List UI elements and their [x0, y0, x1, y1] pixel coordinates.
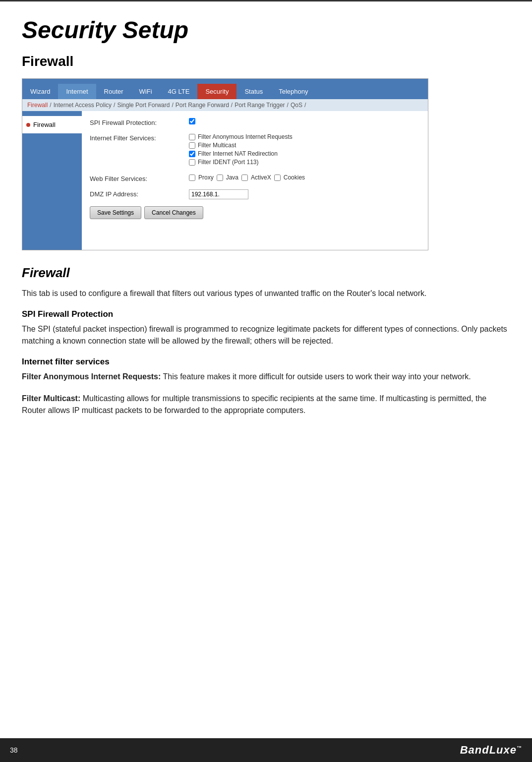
java-label: Java [226, 174, 238, 181]
tab-wizard[interactable]: Wizard [22, 84, 58, 99]
sidebar-item-firewall[interactable]: Firewall [22, 116, 82, 133]
dmz-label: DMZ IP Address: [90, 189, 189, 198]
proxy-label: Proxy [198, 174, 214, 181]
filter-ident-checkbox[interactable] [189, 159, 195, 166]
sidebar: Firewall [22, 111, 82, 250]
filter-anon-text: Filter Anonymous Internet Requests: This… [22, 371, 510, 383]
subnav-iap[interactable]: Internet Access Policy [54, 102, 112, 109]
spi-heading: SPI Firewall Protection [22, 309, 510, 319]
internet-filter-heading: Internet filter services [22, 357, 510, 367]
web-filter-label: Web Filter Services: [90, 174, 189, 182]
web-filter-inline: Proxy Java ActiveX Cookies [189, 174, 420, 181]
tab-wifi[interactable]: WiFi [131, 84, 160, 99]
web-filter-row: Web Filter Services: Proxy Java ActiveX … [90, 174, 420, 182]
brand-name: BandLuxe™ [460, 744, 522, 757]
activex-label: ActiveX [251, 174, 271, 181]
tab-security[interactable]: Security [197, 84, 236, 99]
router-panel: Wizard Internet Router WiFi 4G LTE Secur… [22, 78, 428, 250]
subnav-prt[interactable]: Port Range Trigger [235, 102, 285, 109]
filter-anon-row: Filter Anonymous Internet Requests [189, 133, 420, 140]
filter-ident-row: Filter IDENT (Port 113) [189, 159, 420, 166]
bottom-bar: 38 BandLuxe™ [0, 738, 532, 762]
spi-row: SPI Firewall Protection: [90, 118, 420, 126]
subnav-firewall[interactable]: Firewall [27, 102, 48, 109]
active-dot [26, 123, 30, 127]
tm-mark: ™ [517, 745, 522, 751]
firewall-italic-heading: Firewall [22, 265, 510, 281]
activex-checkbox[interactable] [241, 175, 248, 181]
tab-status[interactable]: Status [236, 84, 271, 99]
dmz-value [189, 189, 420, 199]
tab-internet[interactable]: Internet [58, 84, 96, 99]
spi-description: The SPI (stateful packet inspection) fir… [22, 323, 510, 347]
panel-body: Firewall SPI Firewall Protection: Intern… [22, 111, 428, 250]
tab-router[interactable]: Router [96, 84, 131, 99]
button-row: Save Settings Cancel Changes [90, 206, 420, 219]
sidebar-label-firewall: Firewall [33, 121, 56, 128]
cancel-changes-button[interactable]: Cancel Changes [144, 206, 203, 219]
page-title: Security Setup [22, 16, 510, 44]
internet-filter-row: Internet Filter Services: Filter Anonymo… [90, 133, 420, 167]
subnav-spf[interactable]: Single Port Forward [117, 102, 170, 109]
filter-anon-bold-label: Filter Anonymous Internet Requests: [22, 372, 161, 381]
internet-filter-options: Filter Anonymous Internet Requests Filte… [189, 133, 420, 167]
filter-multicast-text: Filter Multicast: Multicasting allows fo… [22, 393, 510, 416]
filter-multicast-bold-label: Filter Multicast: [22, 394, 80, 403]
cookies-checkbox[interactable] [274, 175, 281, 181]
proxy-checkbox[interactable] [189, 175, 195, 181]
spi-checkbox[interactable] [189, 118, 195, 124]
settings-content: SPI Firewall Protection: Internet Filter… [82, 111, 428, 250]
subnav-qos[interactable]: QoS [291, 102, 302, 109]
spi-value [189, 118, 420, 126]
filter-anon-description: This feature makes it more difficult for… [163, 372, 471, 381]
page-number: 38 [10, 746, 18, 754]
internet-filter-label: Internet Filter Services: [90, 133, 189, 142]
nav-tabs-bar: Wizard Internet Router WiFi 4G LTE Secur… [22, 84, 428, 99]
filter-ident-label: Filter IDENT (Port 113) [198, 159, 258, 166]
filter-nat-row: Filter Internet NAT Redirection [189, 150, 420, 157]
dmz-input[interactable] [189, 189, 248, 199]
filter-nat-checkbox[interactable] [189, 151, 195, 157]
filter-anon-label: Filter Anonymous Internet Requests [198, 133, 293, 140]
tab-4glte[interactable]: 4G LTE [160, 84, 198, 99]
spi-label: SPI Firewall Protection: [90, 118, 189, 126]
filter-nat-label: Filter Internet NAT Redirection [198, 150, 278, 157]
firewall-heading: Firewall [22, 54, 510, 69]
dmz-row: DMZ IP Address: [90, 189, 420, 199]
filter-multicast-description: Multicasting allows for multiple transmi… [22, 394, 486, 414]
sub-nav-bar: Firewall / Internet Access Policy / Sing… [22, 99, 428, 111]
firewall-description: This tab is used to configure a firewall… [22, 288, 510, 299]
filter-anon-checkbox[interactable] [189, 134, 195, 140]
web-filter-options: Proxy Java ActiveX Cookies [189, 174, 420, 181]
filter-multicast-checkbox[interactable] [189, 142, 195, 149]
save-settings-button[interactable]: Save Settings [90, 206, 141, 219]
java-checkbox[interactable] [217, 175, 223, 181]
brand-logo: BandLuxe™ [460, 744, 522, 757]
panel-top-strip [22, 79, 428, 84]
subnav-prf[interactable]: Port Range Forward [176, 102, 229, 109]
cookies-label: Cookies [284, 174, 305, 181]
filter-multicast-row: Filter Multicast [189, 142, 420, 149]
filter-multicast-label: Filter Multicast [198, 142, 236, 149]
tab-telephony[interactable]: Telephony [271, 84, 316, 99]
